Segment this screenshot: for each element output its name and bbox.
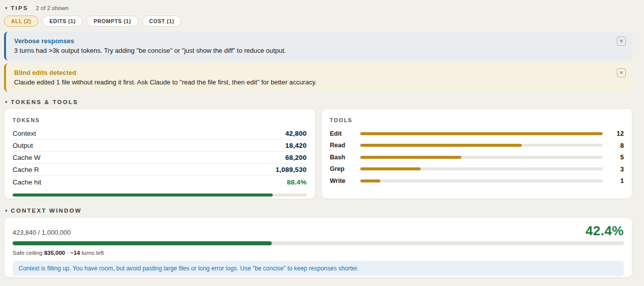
session-dashboard: ▾ TIPS 2 of 2 shown ALL (2) EDITS (1) PR… xyxy=(0,0,644,286)
filter-chip-cost[interactable]: COST (1) xyxy=(142,16,182,27)
tool-usage-fill xyxy=(360,179,380,182)
context-usage-text: 423,840 / 1,000,000 xyxy=(13,229,71,237)
tool-count: 1 xyxy=(612,177,624,184)
tokens-card: TOKENS Context 42,800 Output 18,420 Cach… xyxy=(4,109,315,199)
tool-count: 3 xyxy=(612,165,624,173)
context-usage-row: 423,840 / 1,000,000 42.4% xyxy=(13,224,624,237)
token-label: Output xyxy=(13,142,33,149)
context-progress-fill xyxy=(13,241,272,245)
token-row-context: Context 42,800 xyxy=(13,128,307,140)
filter-chip-all[interactable]: ALL (2) xyxy=(4,16,38,27)
tool-count: 8 xyxy=(612,142,624,149)
token-value: 68,200 xyxy=(285,154,307,161)
tool-usage-fill xyxy=(360,132,603,135)
turns-left-value: ~14 xyxy=(70,250,80,256)
tip-title: Verbose responses xyxy=(14,36,612,46)
context-percent: 42.4% xyxy=(586,224,624,237)
tip-body: 3 turns had >3k output tokens. Try addin… xyxy=(14,46,612,55)
tip-card-blind-edits: Blind edits detected Claude edited 1 fil… xyxy=(4,63,632,92)
tokens-card-heading: TOKENS xyxy=(13,117,307,123)
tool-row-bash: Bash 5 xyxy=(330,151,624,163)
tool-usage-bar xyxy=(360,167,603,170)
filter-chip-prompts[interactable]: PROMPTS (1) xyxy=(87,16,138,27)
tools-card-heading: TOOLS xyxy=(330,117,624,123)
tips-shown-count: 2 of 2 shown xyxy=(36,5,68,11)
token-label: Cache R xyxy=(13,166,39,173)
tool-label: Edit xyxy=(330,130,360,137)
token-row-cache-w: Cache W 68,200 xyxy=(13,152,307,164)
tool-label: Write xyxy=(330,177,360,184)
tokens-tools-section: ▾ TOKENS & TOOLS TOKENS Context 42,800 O… xyxy=(4,99,632,199)
tips-section-header: ▾ TIPS 2 of 2 shown xyxy=(4,0,632,11)
tips-section: ▾ TIPS 2 of 2 shown ALL (2) EDITS (1) PR… xyxy=(4,0,632,92)
tokens-tools-cards: TOKENS Context 42,800 Output 18,420 Cach… xyxy=(4,109,632,199)
tip-title: Blind edits detected xyxy=(14,68,612,77)
cache-hit-progress-fill xyxy=(13,194,273,197)
tips-section-title: TIPS xyxy=(11,5,29,11)
token-value: 18,420 xyxy=(285,142,307,149)
token-value: 42,800 xyxy=(285,130,307,137)
chevron-down-icon[interactable]: ▾ xyxy=(5,6,8,11)
tool-usage-bar xyxy=(360,132,603,135)
token-row-cache-r: Cache R 1,089,530 xyxy=(13,164,307,176)
tool-label: Bash xyxy=(330,154,360,161)
tool-usage-fill xyxy=(360,144,522,147)
tip-dismiss-button[interactable]: ✕ xyxy=(617,68,626,77)
tool-row-grep: Grep 3 xyxy=(330,163,624,175)
context-window-card: 423,840 / 1,000,000 42.4% Safe ceiling 8… xyxy=(4,217,632,277)
tokens-tools-section-header: ▾ TOKENS & TOOLS xyxy=(4,99,632,105)
tokens-tools-section-title: TOKENS & TOOLS xyxy=(11,99,78,105)
close-icon: ✕ xyxy=(619,38,623,44)
tool-usage-fill xyxy=(360,167,421,170)
tool-usage-bar xyxy=(360,179,603,182)
tool-count: 5 xyxy=(612,153,624,161)
context-progress-bar xyxy=(13,241,624,245)
context-advice-note: Context is filling up. You have room, bu… xyxy=(13,261,624,276)
tool-row-edit: Edit 12 xyxy=(330,128,624,140)
tools-card: TOOLS Edit 12 Read 8 Bash xyxy=(321,109,633,199)
context-window-section-title: CONTEXT WINDOW xyxy=(11,208,82,214)
tool-usage-bar xyxy=(360,144,603,147)
token-label: Cache W xyxy=(13,154,41,161)
chevron-down-icon[interactable]: ▾ xyxy=(5,209,8,213)
token-row-output: Output 18,420 xyxy=(13,140,307,152)
tool-row-write: Write 1 xyxy=(330,175,624,187)
tool-count: 12 xyxy=(612,130,624,137)
context-safe-ceiling: Safe ceiling 835,000 · ~14 turns left xyxy=(13,250,624,256)
token-label: Context xyxy=(13,130,36,137)
filter-chip-edits[interactable]: EDITS (1) xyxy=(42,16,83,27)
token-value: 88.4% xyxy=(287,178,306,186)
safe-ceiling-dot: · xyxy=(65,250,70,256)
safe-ceiling-prefix: Safe ceiling xyxy=(13,250,44,256)
turns-left-suffix: turns left xyxy=(80,250,104,256)
safe-ceiling-value: 835,000 xyxy=(44,250,65,256)
cache-hit-progress-bar xyxy=(13,194,307,197)
tool-label: Grep xyxy=(330,165,360,172)
tool-label: Read xyxy=(330,142,360,149)
token-label: Cache hit xyxy=(13,178,41,186)
tip-card-verbose-responses: Verbose responses 3 turns had >3k output… xyxy=(4,32,632,60)
tool-usage-bar xyxy=(360,156,603,159)
close-icon: ✕ xyxy=(619,70,623,75)
tool-usage-fill xyxy=(360,156,461,159)
context-window-section: ▾ CONTEXT WINDOW 423,840 / 1,000,000 42.… xyxy=(4,208,632,277)
tips-filter-bar: ALL (2) EDITS (1) PROMPTS (1) COST (1) xyxy=(4,16,632,27)
tip-dismiss-button[interactable]: ✕ xyxy=(617,37,626,46)
tool-row-read: Read 8 xyxy=(330,140,624,152)
chevron-down-icon[interactable]: ▾ xyxy=(5,100,8,105)
token-value: 1,089,530 xyxy=(276,166,307,173)
context-window-section-header: ▾ CONTEXT WINDOW xyxy=(4,208,632,214)
token-row-cache-hit: Cache hit 88.4% xyxy=(13,176,307,188)
tip-body: Claude edited 1 file without reading it … xyxy=(14,77,612,87)
